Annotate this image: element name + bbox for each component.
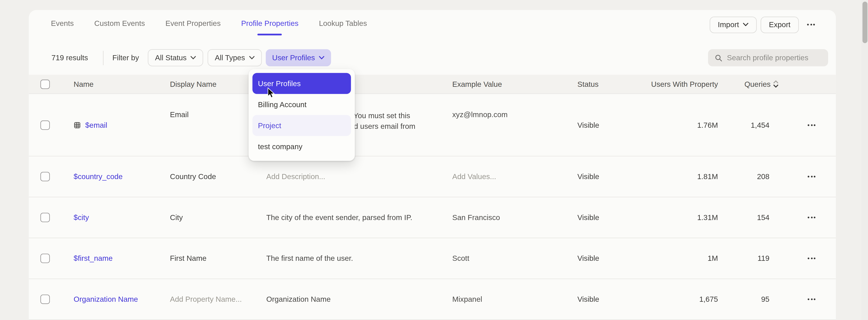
description-cell[interactable]: Organization Name (266, 294, 452, 305)
search-box (708, 49, 828, 66)
property-name-link[interactable]: $city (74, 213, 89, 221)
table-row: $first_name First Name The first name of… (29, 238, 836, 279)
example-value-cell[interactable]: Scott (452, 254, 578, 262)
row-checkbox[interactable] (40, 172, 50, 181)
status-cell: Visible (578, 213, 615, 221)
status-filter-dropdown[interactable]: All Status (148, 49, 203, 66)
example-value-cell[interactable]: Mixpanel (452, 295, 578, 304)
property-name-link[interactable]: $country_code (74, 173, 123, 181)
queries-cell: 119 (718, 254, 769, 262)
row-checkbox[interactable] (40, 294, 50, 304)
properties-card: Events Custom Events Event Properties Pr… (29, 10, 836, 320)
queries-cell: 1,454 (718, 121, 769, 129)
users-with-property-cell: 1,675 (615, 295, 718, 304)
column-header-queries[interactable]: Queries (718, 80, 769, 88)
property-name-link[interactable]: $email (85, 121, 107, 129)
table-row: $country_code Country Code Add Descripti… (29, 156, 836, 197)
column-header-status: Status (578, 80, 615, 88)
chevron-down-icon (249, 56, 254, 60)
type-filter-dropdown[interactable]: All Types (208, 49, 261, 66)
column-header-queries-label: Queries (744, 80, 771, 88)
example-value-cell[interactable]: xyz@lmnop.com (452, 94, 578, 119)
property-name-link[interactable]: Organization Name (74, 295, 138, 304)
tab-profile-properties[interactable]: Profile Properties (241, 16, 299, 33)
row-checkbox[interactable] (40, 213, 50, 222)
import-button-label: Import (718, 21, 739, 29)
tabs-row: Events Custom Events Event Properties Pr… (29, 10, 836, 39)
export-button[interactable]: Export (761, 16, 799, 33)
export-button-label: Export (769, 21, 790, 29)
display-name-cell[interactable]: First Name (170, 254, 266, 262)
sort-icon (773, 80, 778, 88)
description-cell[interactable]: The first name of the user. (266, 253, 452, 263)
users-with-property-cell: 1.31M (615, 213, 718, 221)
table-row: $city City The city of the event sender,… (29, 197, 836, 238)
ellipsis-icon (808, 217, 809, 218)
tab-profile-properties-label: Profile Properties (241, 19, 299, 28)
ellipsis-icon (808, 124, 809, 126)
example-value-cell[interactable]: San Francisco (452, 213, 578, 221)
row-checkbox[interactable] (40, 120, 50, 130)
description-cell[interactable]: The city of the event sender, parsed fro… (266, 212, 452, 223)
ellipsis-icon (808, 258, 809, 259)
scrollbar-track[interactable] (861, 0, 868, 320)
display-name-cell[interactable]: Country Code (170, 173, 266, 181)
column-header-example-value: Example Value (452, 80, 578, 88)
filter-bar: 719 results Filter by All Status All Typ… (29, 49, 836, 66)
search-input[interactable] (727, 54, 823, 62)
dropdown-item-project[interactable]: Project (252, 115, 351, 136)
cursor-pointer-icon (268, 87, 275, 99)
table-header: Name Display Name Example Value Status U… (29, 75, 836, 94)
type-filter-label: All Types (215, 54, 245, 62)
tab-custom-events[interactable]: Custom Events (94, 16, 145, 33)
users-with-property-cell: 1.76M (615, 121, 718, 129)
queries-cell: 208 (718, 173, 769, 181)
property-name-link[interactable]: $first_name (74, 254, 113, 262)
chevron-down-icon (743, 23, 748, 27)
chevron-down-icon (191, 56, 196, 60)
tab-lookup-tables[interactable]: Lookup Tables (319, 16, 367, 33)
status-cell: Visible (578, 121, 615, 129)
row-actions-button[interactable] (803, 295, 820, 304)
entity-dropdown-menu: User Profiles Billing Account Project te… (249, 69, 355, 161)
tab-event-properties[interactable]: Event Properties (165, 16, 221, 33)
ellipsis-icon (808, 176, 809, 177)
filter-by-label: Filter by (113, 54, 139, 62)
display-name-cell[interactable]: City (170, 213, 266, 221)
entity-filter-label: User Profiles (272, 54, 315, 62)
display-name-cell[interactable]: Add Property Name... (170, 295, 266, 304)
status-cell: Visible (578, 295, 615, 304)
import-button[interactable]: Import (710, 16, 757, 33)
entity-filter-dropdown[interactable]: User Profiles (266, 49, 331, 66)
more-options-button[interactable] (803, 21, 819, 29)
status-filter-label: All Status (155, 54, 187, 62)
tabs: Events Custom Events Event Properties Pr… (51, 16, 367, 33)
row-actions-button[interactable] (803, 213, 820, 221)
queries-cell: 154 (718, 213, 769, 221)
top-actions: Import Export (710, 16, 819, 33)
row-actions-button[interactable] (803, 121, 820, 129)
select-all-checkbox[interactable] (40, 79, 50, 89)
search-icon (715, 53, 722, 62)
queries-cell: 95 (718, 295, 769, 304)
active-tab-underline (258, 34, 282, 35)
table-body: $email Email The user's email address. Y… (29, 94, 836, 320)
row-actions-button[interactable] (803, 173, 820, 181)
description-cell[interactable]: Add Description... (266, 171, 452, 182)
status-cell: Visible (578, 173, 615, 181)
ellipsis-icon (808, 298, 809, 300)
status-cell: Visible (578, 254, 615, 262)
row-actions-button[interactable] (803, 254, 820, 262)
example-value-cell[interactable]: Add Values... (452, 173, 578, 181)
column-header-name: Name (74, 80, 170, 88)
dropdown-item-test-company[interactable]: test company (252, 136, 351, 157)
column-header-users-with-property: Users With Property (615, 80, 718, 88)
users-with-property-cell: 1.81M (615, 173, 718, 181)
table-row: Organization Name Add Property Name... O… (29, 279, 836, 320)
results-count: 719 results (52, 54, 88, 62)
tab-events[interactable]: Events (51, 16, 74, 33)
users-with-property-cell: 1M (615, 254, 718, 262)
ellipsis-icon (807, 24, 809, 26)
scrollbar-thumb[interactable] (862, 2, 867, 43)
row-checkbox[interactable] (40, 254, 50, 263)
